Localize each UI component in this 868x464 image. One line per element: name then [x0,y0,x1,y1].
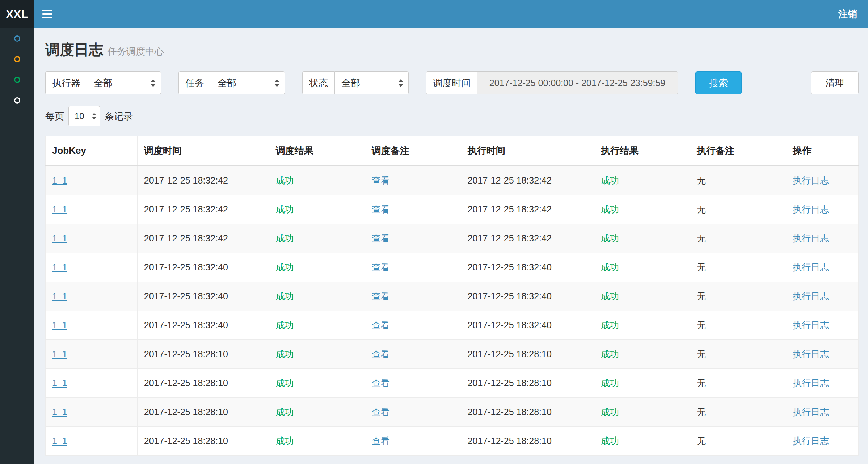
table-cell: 成功 [594,224,690,253]
exec-log-link[interactable]: 执行日志 [793,378,829,388]
sched-remark-link[interactable]: 查看 [372,204,390,214]
exec-log-link[interactable]: 执行日志 [793,204,829,214]
jobkey-link[interactable]: 1_1 [52,407,67,417]
sched-remark-link[interactable]: 查看 [372,407,390,417]
sidebar-item-2[interactable] [0,49,34,69]
select-arrows-icon [151,79,156,87]
table-cell: 1_1 [46,369,138,398]
exec-result: 成功 [601,204,619,214]
executor-select[interactable]: 全部 [87,71,161,94]
table-cell: 成功 [269,340,365,369]
sched-result: 成功 [276,175,294,185]
table-row: 1_12017-12-25 18:28:10成功查看2017-12-25 18:… [46,340,859,369]
job-select[interactable]: 全部 [211,71,285,94]
exec-log-link[interactable]: 执行日志 [793,175,829,185]
logout-link[interactable]: 注销 [838,8,857,21]
table-cell: 1_1 [46,195,138,224]
table-cell: 1_1 [46,311,138,340]
table-cell: 2017-12-25 18:28:10 [461,427,594,456]
sched-remark-link[interactable]: 查看 [372,436,390,446]
table-cell: 执行日志 [786,282,859,311]
sidebar-item-4[interactable] [0,90,34,111]
table-row: 1_12017-12-25 18:32:40成功查看2017-12-25 18:… [46,311,859,340]
exec-result: 成功 [601,262,619,272]
table-cell: 无 [690,166,786,195]
jobkey-link[interactable]: 1_1 [52,349,67,359]
main-content: 调度日志任务调度中心 执行器 全部 任务 全部 状态 全部 调度时间 [34,0,868,464]
table-cell: 成功 [594,253,690,282]
sched-remark-link[interactable]: 查看 [372,378,390,388]
app-logo[interactable]: XXL [0,0,34,28]
job-label: 任务 [178,71,211,94]
sched-remark-link[interactable]: 查看 [372,175,390,185]
jobkey-link[interactable]: 1_1 [52,233,67,243]
exec-time: 2017-12-25 18:28:10 [468,378,552,388]
sidebar-item-1[interactable] [0,28,34,49]
exec-log-link[interactable]: 执行日志 [793,349,829,359]
exec-time: 2017-12-25 18:28:10 [468,407,552,417]
exec-result: 成功 [601,175,619,185]
exec-result: 成功 [601,436,619,446]
exec-remark: 无 [697,233,706,243]
sched-time: 2017-12-25 18:28:10 [144,436,228,446]
exec-log-link[interactable]: 执行日志 [793,262,829,272]
table-cell: 2017-12-25 18:28:10 [461,398,594,427]
jobkey-link[interactable]: 1_1 [52,204,67,214]
sched-time: 2017-12-25 18:28:10 [144,349,228,359]
sched-remark-link[interactable]: 查看 [372,291,390,301]
clear-button[interactable]: 清理 [811,71,859,94]
page-size-row: 每页 10 条记录 [45,106,859,126]
jobkey-link[interactable]: 1_1 [52,262,67,272]
exec-log-link[interactable]: 执行日志 [793,233,829,243]
table-cell: 执行日志 [786,253,859,282]
table-row: 1_12017-12-25 18:28:10成功查看2017-12-25 18:… [46,369,859,398]
sidebar-item-3[interactable] [0,69,34,90]
jobkey-link[interactable]: 1_1 [52,436,67,446]
sidebar-toggle-icon[interactable] [34,0,60,28]
exec-time: 2017-12-25 18:32:42 [468,175,552,185]
jobkey-link[interactable]: 1_1 [52,291,67,301]
table-cell: 成功 [269,398,365,427]
jobkey-link[interactable]: 1_1 [52,320,67,330]
page-size-value: 10 [75,111,90,121]
table-cell: 查看 [365,398,461,427]
table-cell: 2017-12-25 18:32:42 [137,224,269,253]
sched-remark-link[interactable]: 查看 [372,233,390,243]
table-row: 1_12017-12-25 18:32:40成功查看2017-12-25 18:… [46,282,859,311]
sched-remark-link[interactable]: 查看 [372,320,390,330]
filter-time-range: 调度时间 2017-12-25 00:00:00 - 2017-12-25 23… [426,71,678,94]
select-arrows-icon [274,79,279,87]
jobkey-link[interactable]: 1_1 [52,378,67,388]
table-cell: 成功 [269,369,365,398]
sched-time: 2017-12-25 18:28:10 [144,378,228,388]
table-cell: 1_1 [46,166,138,195]
sched-remark-link[interactable]: 查看 [372,262,390,272]
exec-result: 成功 [601,291,619,301]
exec-log-link[interactable]: 执行日志 [793,320,829,330]
exec-result: 成功 [601,407,619,417]
page-size-select[interactable]: 10 [68,106,100,126]
filter-bar: 执行器 全部 任务 全部 状态 全部 调度时间 2017-12-25 00:00… [45,71,859,94]
jobkey-link[interactable]: 1_1 [52,175,67,185]
table-cell: 查看 [365,427,461,456]
column-header: 执行结果 [594,136,690,166]
time-range-input[interactable]: 2017-12-25 00:00:00 - 2017-12-25 23:59:5… [477,71,678,94]
table-cell: 成功 [594,398,690,427]
table-cell: 2017-12-25 18:32:42 [137,195,269,224]
sched-remark-link[interactable]: 查看 [372,349,390,359]
exec-log-link[interactable]: 执行日志 [793,407,829,417]
table-cell: 1_1 [46,224,138,253]
page-title: 调度日志任务调度中心 [45,40,859,60]
table-cell: 1_1 [46,427,138,456]
search-button[interactable]: 搜索 [695,71,742,94]
status-select[interactable]: 全部 [334,71,409,94]
exec-log-link[interactable]: 执行日志 [793,291,829,301]
exec-log-link[interactable]: 执行日志 [793,436,829,446]
exec-time: 2017-12-25 18:32:42 [468,233,552,243]
table-cell: 无 [690,369,786,398]
table-cell: 2017-12-25 18:32:40 [461,253,594,282]
sched-time: 2017-12-25 18:28:10 [144,407,228,417]
status-label: 状态 [302,71,334,94]
column-header: 执行备注 [690,136,786,166]
table-cell: 成功 [594,311,690,340]
